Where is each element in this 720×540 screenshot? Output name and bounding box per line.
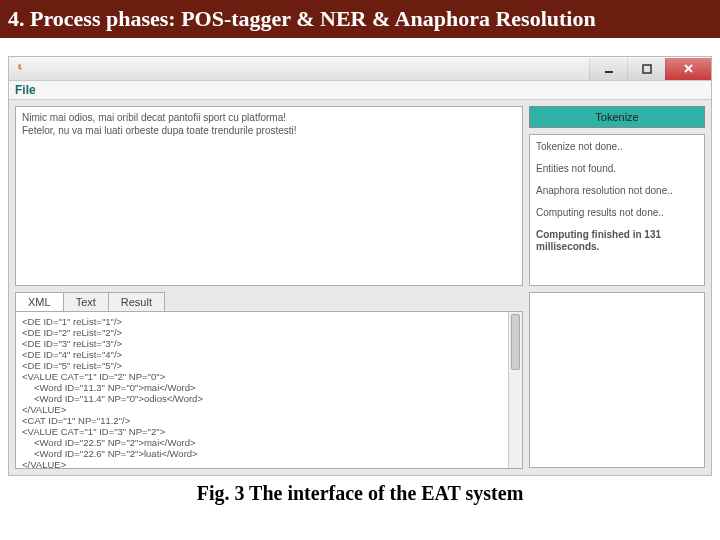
window-controls — [589, 58, 711, 80]
xml-line: <Word ID="11.3" NP="0">mai</Word> — [22, 382, 516, 393]
xml-line: <DE ID="4" reList="4"/> — [22, 349, 516, 360]
xml-line: <CAT ID="1" NP="11.2"/> — [22, 415, 516, 426]
status-line: Anaphora resolution not done.. — [536, 185, 698, 197]
tab-xml[interactable]: XML — [15, 292, 64, 311]
xml-line: <DE ID="1" reList="1"/> — [22, 316, 516, 327]
slide-title: 4. Process phases: POS-tagger & NER & An… — [0, 0, 720, 38]
xml-line: <DE ID="5" reList="5"/> — [22, 360, 516, 371]
tab-text[interactable]: Text — [63, 292, 109, 311]
xml-line: </VALUE> — [22, 404, 516, 415]
xml-line: <VALUE CAT="1" ID="2" NP="0"> — [22, 371, 516, 382]
tab-result[interactable]: Result — [108, 292, 165, 311]
menu-file[interactable]: File — [15, 83, 36, 97]
close-button[interactable] — [665, 58, 711, 80]
xml-line: <Word ID="11.4" NP="0">odios</Word> — [22, 393, 516, 404]
left-column: Nimic mai odios, mai oribil decat pantof… — [15, 106, 523, 286]
xml-line: </VALUE> — [22, 459, 516, 469]
status-panel: Tokenize not done.. Entities not found. … — [529, 134, 705, 286]
menubar: File — [9, 81, 711, 100]
svg-rect-0 — [605, 71, 613, 73]
input-line: Nimic mai odios, mai oribil decat pantof… — [22, 111, 516, 124]
input-text-panel[interactable]: Nimic mai odios, mai oribil decat pantof… — [15, 106, 523, 286]
output-tabs: XML Text Result — [15, 292, 523, 311]
tokenize-button[interactable]: Tokenize — [529, 106, 705, 128]
xml-line: <DE ID="3" reList="3"/> — [22, 338, 516, 349]
xml-line: <Word ID="22.5" NP="2">mai</Word> — [22, 437, 516, 448]
xml-line: <DE ID="2" reList="2"/> — [22, 327, 516, 338]
titlebar — [9, 57, 711, 81]
minimize-button[interactable] — [589, 58, 627, 80]
client-area: Nimic mai odios, mai oribil decat pantof… — [9, 100, 711, 292]
bottom-row: XML Text Result <DE ID="1" reList="1"/> … — [9, 292, 711, 475]
status-line: Tokenize not done.. — [536, 141, 698, 153]
status-line: Entities not found. — [536, 163, 698, 175]
app-window: File Nimic mai odios, mai oribil decat p… — [8, 56, 712, 476]
right-output-panel — [529, 292, 705, 468]
xml-output-panel[interactable]: <DE ID="1" reList="1"/> <DE ID="2" reLis… — [15, 311, 523, 469]
xml-scrollbar[interactable] — [508, 312, 522, 468]
status-line: Computing finished in 131 milliseconds. — [536, 229, 698, 253]
input-line: Fetelor, nu va mai luati orbeste dupa to… — [22, 124, 516, 137]
right-column: Tokenize Tokenize not done.. Entities no… — [529, 106, 705, 286]
xml-line: <VALUE CAT="1" ID="3" NP="2"> — [22, 426, 516, 437]
xml-line: <Word ID="22.6" NP="2">luati</Word> — [22, 448, 516, 459]
maximize-button[interactable] — [627, 58, 665, 80]
output-tabs-wrap: XML Text Result <DE ID="1" reList="1"/> … — [15, 292, 523, 469]
status-line: Computing results not done.. — [536, 207, 698, 219]
figure-caption: Fig. 3 The interface of the EAT system — [0, 482, 720, 505]
scrollbar-thumb[interactable] — [511, 314, 520, 370]
svg-rect-1 — [643, 65, 651, 73]
java-app-icon — [13, 61, 29, 77]
